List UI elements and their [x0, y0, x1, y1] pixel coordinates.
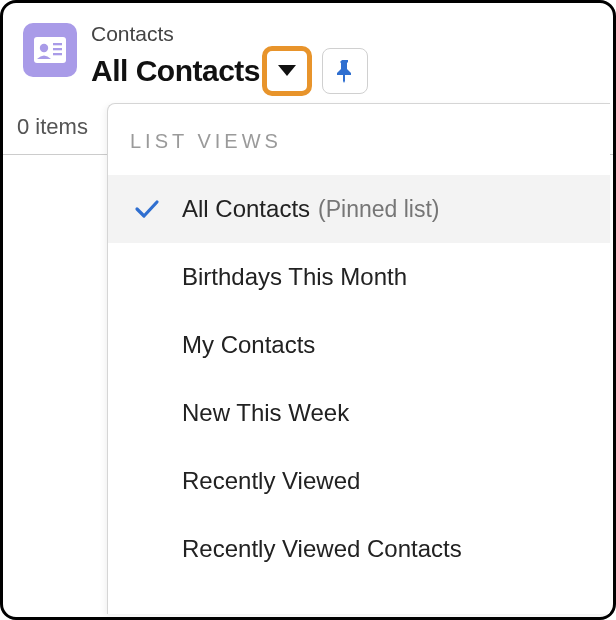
list-view-option[interactable]: All Contacts(Pinned list): [108, 175, 610, 243]
list-view-option-suffix: (Pinned list): [318, 196, 439, 223]
contacts-object-icon: [23, 23, 77, 77]
list-view-option-label: Recently Viewed Contacts: [182, 535, 462, 563]
pin-icon: [335, 59, 355, 83]
list-view-option-label: New This Week: [182, 399, 349, 427]
list-view-name[interactable]: All Contacts: [91, 54, 260, 89]
svg-rect-4: [53, 53, 62, 55]
caret-down-icon: [276, 63, 298, 79]
list-view-option-label: Birthdays This Month: [182, 263, 407, 291]
dropdown-section-label: LIST VIEWS: [108, 104, 610, 175]
list-view-option-label: Recently Viewed: [182, 467, 360, 495]
object-label: Contacts: [91, 21, 368, 46]
pin-list-button[interactable]: [322, 48, 368, 94]
list-view-dropdown: LIST VIEWS All Contacts(Pinned list)Birt…: [107, 103, 610, 614]
list-view-option[interactable]: My Contacts: [108, 311, 610, 379]
list-view-switcher-button[interactable]: [262, 46, 312, 96]
svg-rect-3: [53, 48, 62, 50]
list-view-option-label: My Contacts: [182, 331, 315, 359]
list-view-option[interactable]: Birthdays This Month: [108, 243, 610, 311]
list-view-option[interactable]: Recently Viewed Contacts: [108, 515, 610, 583]
svg-point-1: [40, 44, 48, 52]
list-view-option[interactable]: Recently Viewed: [108, 447, 610, 515]
svg-rect-2: [53, 43, 62, 45]
check-icon: [130, 198, 164, 220]
list-view-option[interactable]: New This Week: [108, 379, 610, 447]
list-view-option-label: All Contacts: [182, 195, 310, 223]
